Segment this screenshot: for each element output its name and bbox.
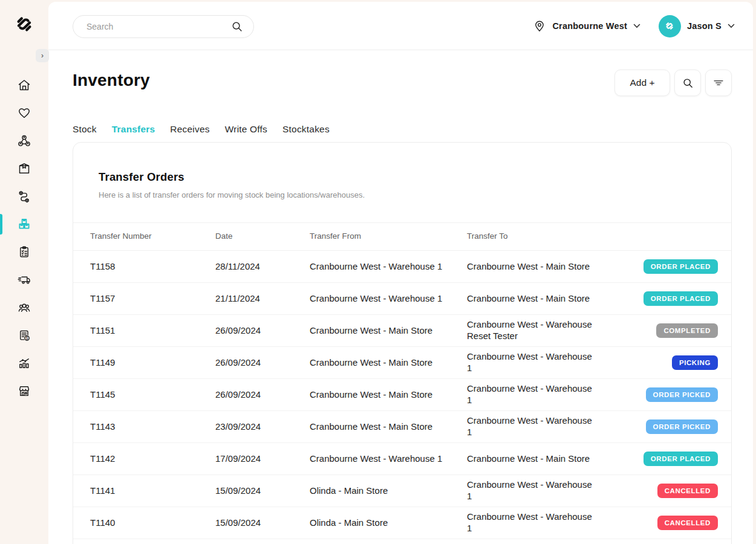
search-icon[interactable]	[230, 20, 244, 33]
date-cell: 17/09/2024	[215, 453, 310, 465]
date-cell: 26/09/2024	[215, 357, 310, 369]
card-title: Transfer Orders	[99, 170, 706, 184]
global-search	[73, 15, 254, 38]
transfer-number-cell: T1157	[90, 293, 215, 305]
tab-write-offs[interactable]: Write Offs	[225, 124, 267, 144]
sidebar-item-supply-chain[interactable]	[17, 189, 31, 204]
sidebar-collapse-button[interactable]: ›	[36, 49, 49, 62]
transfer-from-cell: Cranbourne West - Main Store	[310, 357, 467, 369]
page-title: Inventory	[73, 71, 150, 90]
sidebar-item-inventory[interactable]	[17, 217, 31, 232]
table-row[interactable]: T114015/09/2024Olinda - Main StoreCranbo…	[73, 507, 731, 539]
filter-icon	[712, 76, 725, 89]
transfer-number-cell: T1143	[90, 421, 215, 433]
column-transfer-number: Transfer Number	[90, 232, 215, 242]
transfer-from-cell: Cranbourne West - Warehouse 1	[310, 453, 467, 465]
tab-receives[interactable]: Receives	[170, 124, 209, 144]
search-button[interactable]	[674, 70, 701, 96]
package-icon	[17, 161, 31, 176]
date-cell: 28/11/2024	[215, 261, 310, 273]
table-row[interactable]: T114217/09/2024Cranbourne West - Warehou…	[73, 443, 731, 475]
date-cell: 15/09/2024	[215, 485, 310, 497]
chevron-down-icon	[633, 24, 640, 28]
main-area: Cranbourne West Jason S Inventory	[48, 2, 753, 544]
chevron-down-icon	[728, 24, 735, 28]
location-pin-icon	[533, 19, 546, 33]
inventory-boxes-icon	[17, 217, 31, 232]
sidebar: ›	[0, 0, 48, 544]
user-menu[interactable]: Jason S	[659, 15, 735, 37]
svg-text:$: $	[26, 336, 28, 340]
search-icon	[682, 77, 694, 89]
table-row[interactable]: T114526/09/2024Cranbourne West - Main St…	[73, 379, 731, 411]
location-selector[interactable]: Cranbourne West	[533, 19, 640, 33]
status-badge: PICKING	[672, 355, 718, 370]
avatar	[659, 15, 681, 37]
sidebar-item-invoices[interactable]: $	[17, 328, 31, 343]
card-subtitle: Here is a list of transfer orders for mo…	[99, 190, 706, 199]
status-badge: ORDER PICKED	[646, 419, 718, 434]
column-date: Date	[215, 232, 310, 242]
status-badge: ORDER PLACED	[644, 291, 718, 306]
sidebar-item-favourites[interactable]	[17, 106, 31, 120]
table-row[interactable]: T115721/11/2024Cranbourne West - Warehou…	[73, 283, 731, 315]
top-header: Cranbourne West Jason S	[48, 2, 753, 50]
tab-stock[interactable]: Stock	[73, 124, 97, 144]
transfer-to-cell: Cranbourne West - Warehouse Reset Tester	[467, 319, 606, 342]
sidebar-item-stock-checks[interactable]	[17, 245, 31, 259]
transfer-number-cell: T1141	[90, 485, 215, 497]
status-badge: ORDER PICKED	[646, 387, 718, 402]
page-actions: Add +	[614, 70, 732, 96]
table-row[interactable]: T114115/09/2024Olinda - Main StoreCranbo…	[73, 475, 731, 507]
transfer-number-cell: T1145	[90, 389, 215, 401]
transfer-to-cell: Cranbourne West - Warehouse 1	[467, 511, 606, 534]
brand-logo-icon[interactable]	[11, 11, 37, 37]
sidebar-item-deliveries[interactable]	[17, 273, 31, 287]
date-cell: 26/09/2024	[215, 389, 310, 401]
sidebar-item-network[interactable]	[17, 134, 31, 148]
table-row[interactable]: T114323/09/2024Cranbourne West - Main St…	[73, 411, 731, 443]
store-icon	[17, 384, 31, 398]
search-input[interactable]	[73, 22, 230, 31]
inventory-tabs: Stock Transfers Receives Write Offs Stoc…	[73, 124, 330, 144]
network-icon	[17, 134, 31, 148]
location-label: Cranbourne West	[552, 21, 627, 31]
supply-route-icon	[17, 189, 31, 204]
tab-stocktakes[interactable]: Stocktakes	[282, 124, 330, 144]
transfer-from-cell: Olinda - Main Store	[310, 517, 467, 529]
transfer-number-cell: T1140	[90, 517, 215, 529]
sidebar-item-reports[interactable]	[17, 356, 31, 371]
add-button[interactable]: Add +	[614, 70, 670, 96]
home-icon	[17, 78, 31, 92]
transfer-from-cell: Cranbourne West - Warehouse 1	[310, 261, 467, 273]
sidebar-item-customers[interactable]	[17, 300, 31, 315]
sidebar-nav: $	[0, 78, 48, 398]
date-cell: 23/09/2024	[215, 421, 310, 433]
table-row[interactable]: T115126/09/2024Cranbourne West - Main St…	[73, 315, 731, 347]
table-row[interactable]: T114926/09/2024Cranbourne West - Main St…	[73, 347, 731, 379]
transfer-to-cell: Cranbourne West - Main Store	[467, 453, 606, 465]
status-badge: ORDER PLACED	[644, 259, 718, 274]
table-row[interactable]: T115828/11/2024Cranbourne West - Warehou…	[73, 251, 731, 283]
date-cell: 15/09/2024	[215, 517, 310, 529]
table-body: T115828/11/2024Cranbourne West - Warehou…	[73, 251, 731, 539]
sidebar-item-store[interactable]	[17, 384, 31, 398]
status-badge: CANCELLED	[657, 484, 718, 498]
transfer-to-cell: Cranbourne West - Warehouse 1	[467, 415, 606, 438]
status-badge: ORDER PLACED	[644, 452, 718, 466]
status-badge: COMPLETED	[656, 323, 718, 338]
filter-button[interactable]	[705, 70, 732, 96]
table-header: Transfer Number Date Transfer From Trans…	[73, 222, 731, 251]
transfer-to-cell: Cranbourne West - Main Store	[467, 261, 606, 273]
column-transfer-to: Transfer To	[467, 232, 606, 242]
transfer-to-cell: Cranbourne West - Warehouse 1	[467, 351, 606, 374]
transfer-number-cell: T1158	[90, 261, 215, 273]
user-name: Jason S	[687, 21, 722, 31]
sidebar-item-home[interactable]	[17, 78, 31, 92]
tab-transfers[interactable]: Transfers	[112, 124, 155, 144]
transfer-from-cell: Olinda - Main Store	[310, 485, 467, 497]
sidebar-item-products[interactable]	[17, 161, 31, 176]
transfer-orders-card: Transfer Orders Here is a list of transf…	[73, 142, 732, 544]
date-cell: 26/09/2024	[215, 325, 310, 337]
status-badge: CANCELLED	[657, 516, 718, 530]
